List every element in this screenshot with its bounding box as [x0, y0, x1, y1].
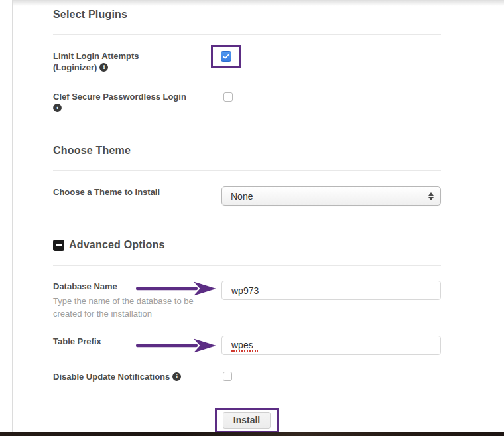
- clef-label-line1: Clef Secure Passwordless Login: [53, 91, 219, 102]
- collapse-minus-icon[interactable]: [53, 240, 64, 251]
- info-icon[interactable]: [53, 104, 62, 112]
- info-icon[interactable]: [172, 372, 181, 381]
- divider: [53, 170, 441, 171]
- loginizer-label: Limit Login Attempts (Loginizer): [53, 50, 219, 73]
- choose-theme-title: Choose Theme: [53, 145, 131, 157]
- table-prefix-value: wpes_: [231, 340, 258, 352]
- bottom-window-edge: [0, 432, 504, 436]
- loginizer-checkbox[interactable]: [221, 51, 231, 62]
- theme-select[interactable]: None: [221, 186, 441, 206]
- select-plugins-title: Select Plugins: [53, 9, 127, 21]
- loginizer-label-line2: (Loginizer): [53, 62, 97, 72]
- table-prefix-input[interactable]: wpes_: [221, 336, 441, 355]
- advanced-options-title: Advanced Options: [69, 239, 165, 251]
- database-name-help: Type the name of the database to be crea…: [53, 295, 200, 320]
- theme-select-value: None: [231, 191, 428, 202]
- choose-theme-field-label: Choose a Theme to install: [53, 186, 160, 198]
- annotation-arrow-icon: [135, 338, 218, 353]
- database-name-input[interactable]: [221, 281, 441, 300]
- database-name-label: Database Name: [53, 281, 117, 292]
- top-shadow: [13, 0, 504, 6]
- select-spinner-icon: [428, 192, 434, 200]
- install-button[interactable]: Install: [223, 412, 271, 429]
- clef-label: Clef Secure Passwordless Login: [53, 91, 219, 113]
- installer-form-page: Select Plugins Limit Login Attempts (Log…: [0, 0, 504, 436]
- info-icon[interactable]: [99, 63, 108, 72]
- clef-checkbox[interactable]: [223, 92, 233, 102]
- divider: [53, 34, 441, 35]
- annotation-arrow-icon: [135, 281, 218, 296]
- loginizer-label-line1: Limit Login Attempts: [53, 50, 219, 62]
- checkmark-icon: [223, 54, 229, 60]
- panel-left-border: [12, 0, 13, 432]
- disable-update-notifications-checkbox[interactable]: [223, 372, 232, 381]
- install-highlight-box: Install: [215, 408, 279, 433]
- table-prefix-label: Table Prefix: [53, 336, 101, 347]
- divider: [53, 265, 441, 266]
- disable-update-notifications-label: Disable Update Notifications: [53, 371, 225, 382]
